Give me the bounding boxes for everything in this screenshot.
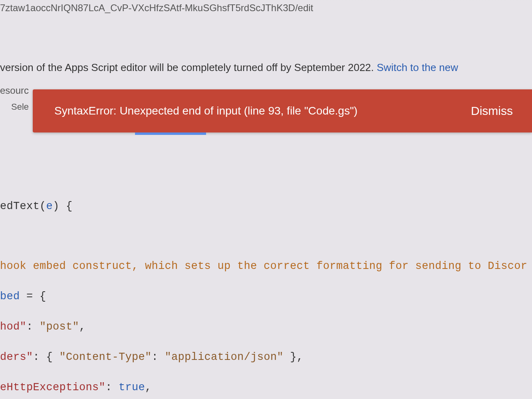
url-bar: 7ztaw1aoccNrIQN87LcA_CvP-VXcHfzSAtf-MkuS… xyxy=(0,0,532,18)
code-editor[interactable]: edText(e) { hook embed construct, which … xyxy=(0,184,532,399)
code-line[interactable]: ders": { "Content-Type": "application/js… xyxy=(0,350,532,365)
code-line[interactable]: edText(e) { xyxy=(0,199,532,214)
deprecation-banner: version of the Apps Script editor will b… xyxy=(0,61,532,74)
error-message: SyntaxError: Unexpected end of input (li… xyxy=(54,105,357,117)
code-line[interactable]: hook embed construct, which sets up the … xyxy=(0,259,532,274)
tab-active-indicator xyxy=(135,132,206,135)
code-line[interactable]: eHttpExceptions": true, xyxy=(0,380,532,395)
dismiss-button[interactable]: Dismiss xyxy=(471,104,513,118)
switch-editor-link[interactable]: Switch to the new xyxy=(377,61,458,73)
code-line[interactable]: hod": "post", xyxy=(0,319,532,334)
code-line[interactable]: bed = { xyxy=(0,289,532,304)
deprecation-text: version of the Apps Script editor will b… xyxy=(0,61,377,73)
error-toast: SyntaxError: Unexpected end of input (li… xyxy=(33,89,532,132)
